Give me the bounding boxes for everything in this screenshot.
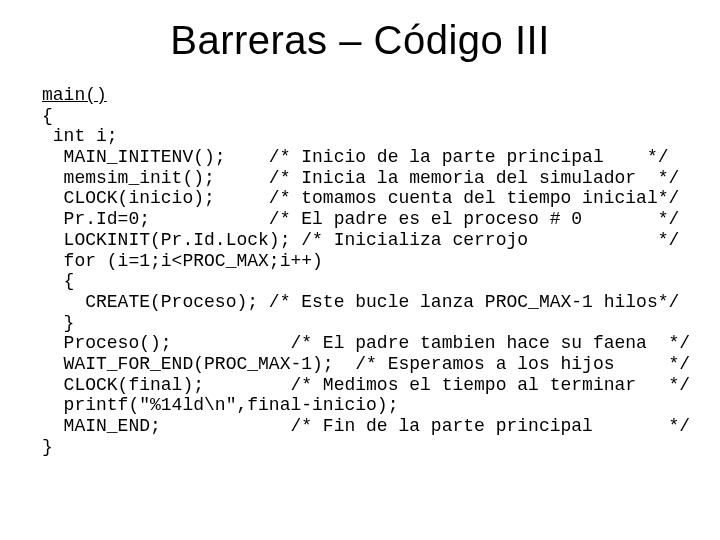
- code-line: {: [42, 271, 74, 291]
- slide-title: Barreras – Código III: [42, 18, 678, 63]
- code-line: int i;: [42, 126, 118, 146]
- code-line: printf("%14ld\n",final-inicio);: [42, 395, 398, 415]
- code-line: CLOCK(inicio); /* tomamos cuenta del tie…: [42, 188, 679, 208]
- code-line: WAIT_FOR_END(PROC_MAX-1); /* Esperamos a…: [42, 354, 690, 374]
- code-line: for (i=1;i<PROC_MAX;i++): [42, 251, 323, 271]
- code-line: }: [42, 437, 53, 457]
- code-line: memsim_init(); /* Inicia la memoria del …: [42, 168, 679, 188]
- code-line: }: [42, 313, 74, 333]
- code-line: MAIN_INITENV(); /* Inicio de la parte pr…: [42, 147, 669, 167]
- code-line: Pr.Id=0; /* El padre es el proceso # 0 *…: [42, 209, 679, 229]
- code-line: MAIN_END; /* Fin de la parte principal *…: [42, 416, 690, 436]
- fn-decl: main(): [42, 85, 107, 105]
- code-block: main() { int i; MAIN_INITENV(); /* Inici…: [42, 85, 678, 457]
- slide: Barreras – Código III main() { int i; MA…: [0, 0, 720, 540]
- code-line: CREATE(Proceso); /* Este bucle lanza PRO…: [42, 292, 679, 312]
- code-line: LOCKINIT(Pr.Id.Lock); /* Inicializa cerr…: [42, 230, 679, 250]
- code-line: CLOCK(final); /* Medimos el tiempo al te…: [42, 375, 690, 395]
- code-line: Proceso(); /* El padre tambien hace su f…: [42, 333, 690, 353]
- code-line: {: [42, 106, 53, 126]
